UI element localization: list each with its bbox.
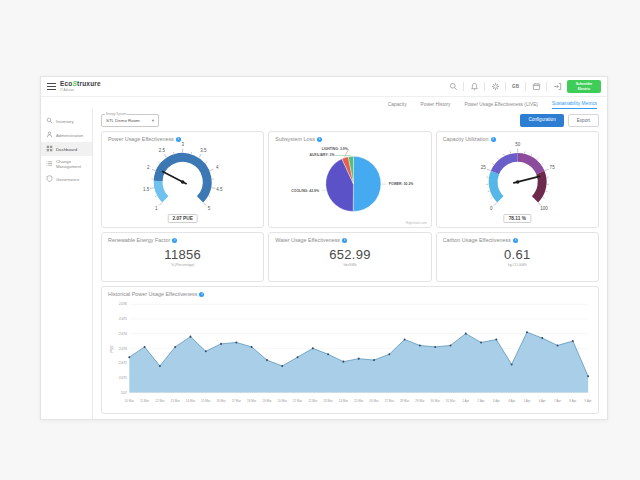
- sidebar: InventoryAdministrationDashboardChange M…: [41, 109, 93, 419]
- notifications-bell-icon[interactable]: [468, 81, 480, 93]
- svg-text:4.5: 4.5: [216, 187, 223, 192]
- tab-power-usage-effectiveness-live[interactable]: Power Usage Effectiveness (LIVE): [464, 102, 538, 110]
- svg-text:3.5: 3.5: [200, 148, 207, 153]
- info-icon[interactable]: i: [513, 238, 518, 243]
- action-buttons: Configuration Export: [520, 114, 599, 127]
- settings-gear-icon[interactable]: [489, 81, 501, 93]
- content: Energy System STL Demo Room ▾ Configurat…: [93, 109, 607, 419]
- svg-text:9 Apr: 9 Apr: [585, 399, 592, 403]
- carbon-unit: kg CO₂/kWh: [443, 263, 592, 267]
- metrics-row-1: Power Usage Effectiveness i 11.522.533.5…: [101, 131, 599, 228]
- capacity-value-badge: 78.11 %: [504, 214, 531, 223]
- card-title: Water Usage Effectiveness i: [275, 237, 424, 243]
- brand-name: EcoStruxure: [60, 81, 101, 88]
- svg-text:8 Apr: 8 Apr: [569, 399, 576, 403]
- list-icon: [46, 160, 53, 168]
- capacity-gauge: 0255075100: [443, 142, 592, 218]
- tab-capacity[interactable]: Capacity: [388, 102, 407, 110]
- card-water-usage-effectiveness: Water Usage Effectiveness i 652.99 liter…: [268, 232, 431, 282]
- sidebar-item-label: Inventory: [56, 119, 74, 124]
- energy-system-value: STL Demo Room: [106, 118, 140, 123]
- sidebar-item-label: Governance: [56, 177, 79, 182]
- svg-text:AUXILIARY: 3%: AUXILIARY: 3%: [310, 153, 335, 157]
- svg-text:2: 2: [147, 165, 150, 170]
- sidebar-item-governance[interactable]: Governance: [41, 172, 92, 186]
- svg-text:27 Mar: 27 Mar: [385, 399, 394, 403]
- svg-text:1.5: 1.5: [143, 187, 150, 192]
- svg-text:100: 100: [540, 206, 548, 211]
- info-icon[interactable]: i: [199, 292, 204, 297]
- svg-text:25: 25: [480, 165, 486, 170]
- card-subsystem-loss: Subsystem Loss i POWER: 50.2%COOLING: 42…: [268, 131, 431, 228]
- svg-text:28 Mar: 28 Mar: [400, 399, 409, 403]
- tab-sustainability-metrics[interactable]: Sustainability Metrics: [552, 101, 597, 110]
- svg-text:15 Mar: 15 Mar: [201, 399, 210, 403]
- svg-text:13 Mar: 13 Mar: [171, 399, 180, 403]
- sidebar-item-label: Change Management: [56, 159, 92, 169]
- page: EcoStruxure IT Advisor GB: [0, 0, 640, 480]
- brand-logo: EcoStruxure IT Advisor: [60, 81, 101, 92]
- hamburger-menu-icon[interactable]: [47, 82, 56, 92]
- user-icon: [46, 131, 53, 139]
- chart-watermark: Highcharts.com: [406, 221, 427, 225]
- svg-text:2 Apr: 2 Apr: [478, 399, 485, 403]
- logout-icon[interactable]: [551, 81, 563, 93]
- sidebar-item-administration[interactable]: Administration: [41, 128, 92, 142]
- metrics-row-2: Renewable Energy Factor i 11856 % (Perce…: [101, 232, 599, 282]
- energy-system-select[interactable]: Energy System STL Demo Room ▾: [101, 114, 159, 127]
- search-icon[interactable]: [447, 81, 459, 93]
- svg-text:19 Mar: 19 Mar: [262, 399, 271, 403]
- info-icon[interactable]: i: [491, 137, 496, 142]
- renewable-value: 11856: [108, 247, 257, 262]
- svg-text:14 Mar: 14 Mar: [186, 399, 195, 403]
- dashboard-icon: [46, 145, 53, 153]
- svg-text:11 Mar: 11 Mar: [140, 399, 149, 403]
- svg-text:31 Mar: 31 Mar: [446, 399, 455, 403]
- historical-pue-chart: 2.072.0712.0722.0732.0742.0752.07610 Mar…: [108, 297, 592, 411]
- divider: [546, 82, 547, 91]
- svg-text:1 Apr: 1 Apr: [462, 399, 469, 403]
- language-button[interactable]: GB: [510, 84, 521, 89]
- svg-text:5 Apr: 5 Apr: [523, 399, 530, 403]
- svg-text:12 Mar: 12 Mar: [155, 399, 164, 403]
- sidebar-item-dashboard[interactable]: Dashboard: [41, 142, 92, 156]
- svg-text:2.071: 2.071: [119, 376, 127, 380]
- svg-text:4 Apr: 4 Apr: [508, 399, 515, 403]
- svg-text:1: 1: [155, 206, 158, 211]
- svg-text:6 Apr: 6 Apr: [539, 399, 546, 403]
- svg-text:0: 0: [490, 206, 493, 211]
- svg-text:22 Mar: 22 Mar: [308, 399, 317, 403]
- card-title: Carbon Usage Effectiveness i: [443, 237, 592, 243]
- svg-text:PUE: PUE: [110, 345, 114, 353]
- svg-text:29 Mar: 29 Mar: [415, 399, 424, 403]
- header-actions: GB Schneider Electric: [447, 80, 601, 93]
- vendor-button[interactable]: Schneider Electric: [567, 80, 601, 93]
- svg-text:23 Mar: 23 Mar: [323, 399, 332, 403]
- calendar-icon[interactable]: [530, 81, 542, 93]
- svg-text:10 Mar: 10 Mar: [125, 399, 134, 403]
- export-button[interactable]: Export: [568, 114, 599, 127]
- svg-text:16 Mar: 16 Mar: [216, 399, 225, 403]
- svg-text:2.076: 2.076: [119, 302, 127, 306]
- configuration-button[interactable]: Configuration: [520, 114, 563, 127]
- svg-text:30 Mar: 30 Mar: [431, 399, 440, 403]
- carbon-value: 0.61: [443, 247, 592, 262]
- svg-text:18 Mar: 18 Mar: [247, 399, 256, 403]
- info-icon[interactable]: i: [176, 137, 181, 142]
- info-icon[interactable]: i: [317, 137, 322, 142]
- card-renewable-energy-factor: Renewable Energy Factor i 11856 % (Perce…: [101, 232, 264, 282]
- card-carbon-usage-effectiveness: Carbon Usage Effectiveness i 0.61 kg CO₂…: [436, 232, 599, 282]
- divider: [484, 82, 485, 91]
- sidebar-item-change-management[interactable]: Change Management: [41, 156, 92, 172]
- info-icon[interactable]: i: [172, 238, 177, 243]
- svg-text:2.073: 2.073: [119, 347, 127, 351]
- svg-text:25 Mar: 25 Mar: [354, 399, 363, 403]
- chevron-down-icon: ▾: [152, 118, 154, 123]
- water-unit: liter/kWh: [275, 263, 424, 267]
- renewable-unit: % (Percentage): [108, 263, 257, 267]
- info-icon[interactable]: i: [342, 238, 347, 243]
- card-historical-pue: Historical Power Usage Effectiveness i 2…: [101, 286, 599, 414]
- tab-power-history[interactable]: Power History: [421, 102, 451, 110]
- svg-text:2.5: 2.5: [159, 148, 166, 153]
- sidebar-item-inventory[interactable]: Inventory: [41, 114, 92, 128]
